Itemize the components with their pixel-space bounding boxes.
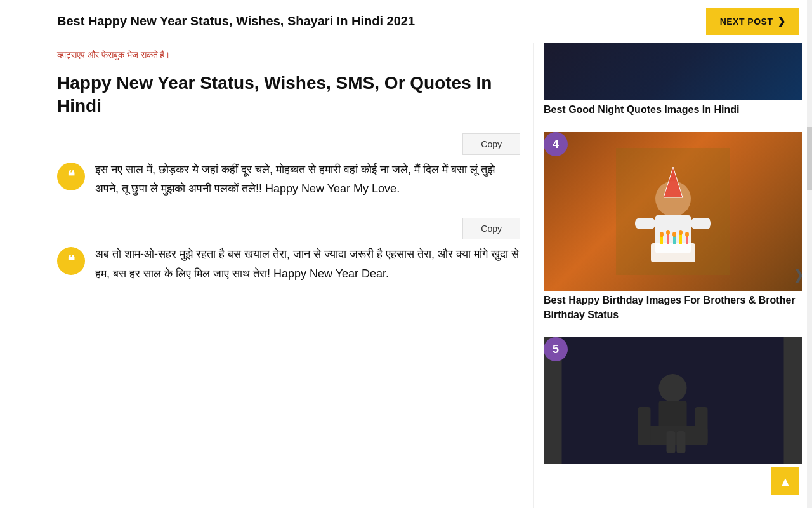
side-chevron-icon[interactable]: ❯: [793, 267, 804, 283]
svg-point-13: [660, 232, 664, 237]
next-post-label: NEXT POST: [720, 17, 773, 27]
quote-text-1: इस नए साल में, छोड़कर ये जहां कहीं दूर च…: [95, 160, 520, 199]
sidebar-number-badge-5: 5: [544, 337, 568, 361]
arrow-up-icon: ▲: [779, 474, 792, 489]
scrollbar[interactable]: [807, 0, 812, 508]
svg-point-17: [685, 232, 689, 237]
sidebar-card-4[interactable]: 4: [544, 132, 802, 322]
svg-rect-9: [667, 234, 669, 244]
quote-text-2: अब तो शाम-ओ-सहर मुझे रहता है बस खयाल तेर…: [95, 244, 520, 283]
quote-card-1: Copy ❝ इस नए साल में, छोड़कर ये जहां कही…: [57, 133, 520, 199]
next-post-chevron-icon: ❯: [777, 15, 786, 27]
svg-point-19: [659, 374, 687, 402]
quote-row-2: ❝ अब तो शाम-ओ-सहर मुझे रहता है बस खयाल त…: [57, 244, 520, 283]
sidebar: Best Good Night Quotes Images In Hindi 4: [533, 43, 812, 508]
birthday-illustration: [616, 148, 730, 275]
content-area: व्हाट्सएप और फेसबुक भेज सकते हैं। Happy …: [0, 43, 533, 508]
scroll-thumb[interactable]: [807, 127, 812, 190]
quote-icon-2: ❝: [57, 247, 85, 275]
copy-button-1[interactable]: Copy: [462, 133, 520, 155]
dark-illustration: [544, 337, 802, 464]
section-heading: Happy New Year Status, Wishes, SMS, Or Q…: [57, 72, 520, 118]
svg-rect-10: [673, 236, 676, 244]
svg-rect-25: [677, 431, 686, 453]
quote-icon-1: ❝: [57, 163, 85, 190]
svg-point-14: [666, 230, 670, 235]
copy-btn-wrapper-2: Copy: [57, 218, 520, 239]
sidebar-image-5: 5: [544, 337, 802, 464]
hindi-subtitle: व्हाट्सएप और फेसबुक भेज सकते हैं।: [57, 50, 520, 60]
svg-rect-23: [695, 407, 708, 445]
sidebar-image-4: 4: [544, 132, 802, 291]
sidebar-card-3-title: Best Good Night Quotes Images In Hindi: [544, 103, 802, 117]
sidebar-top-partial-image: [544, 43, 802, 100]
svg-rect-7: [651, 243, 695, 262]
svg-rect-12: [686, 236, 688, 244]
svg-rect-11: [679, 234, 682, 244]
sidebar-card-3[interactable]: Best Good Night Quotes Images In Hindi: [544, 103, 802, 117]
night-image-partial: [544, 43, 802, 100]
main-layout: व्हाट्सएप और फेसबुक भेज सकते हैं। Happy …: [0, 43, 812, 508]
page-title: Best Happy New Year Status, Wishes, Shay…: [57, 14, 415, 29]
svg-rect-22: [638, 407, 651, 445]
sidebar-card-4-title: Best Happy Birthday Images For Brothers …: [544, 293, 802, 322]
svg-rect-5: [635, 218, 655, 229]
svg-point-15: [672, 232, 676, 237]
svg-rect-6: [691, 218, 711, 229]
scroll-to-top-button[interactable]: ▲: [771, 467, 799, 495]
copy-btn-wrapper-1: Copy: [57, 133, 520, 155]
svg-rect-8: [660, 236, 663, 244]
quote-card-2: Copy ❝ अब तो शाम-ओ-सहर मुझे रहता है बस ख…: [57, 218, 520, 283]
next-post-button[interactable]: NEXT POST ❯: [706, 8, 799, 35]
sidebar-card-5[interactable]: 5: [544, 337, 802, 464]
copy-button-2[interactable]: Copy: [462, 218, 520, 239]
quote-row-1: ❝ इस नए साल में, छोड़कर ये जहां कहीं दूर…: [57, 160, 520, 199]
svg-point-16: [679, 230, 683, 235]
svg-rect-24: [667, 431, 676, 453]
birthday-image: [544, 132, 802, 291]
header: Best Happy New Year Status, Wishes, Shay…: [0, 0, 812, 43]
